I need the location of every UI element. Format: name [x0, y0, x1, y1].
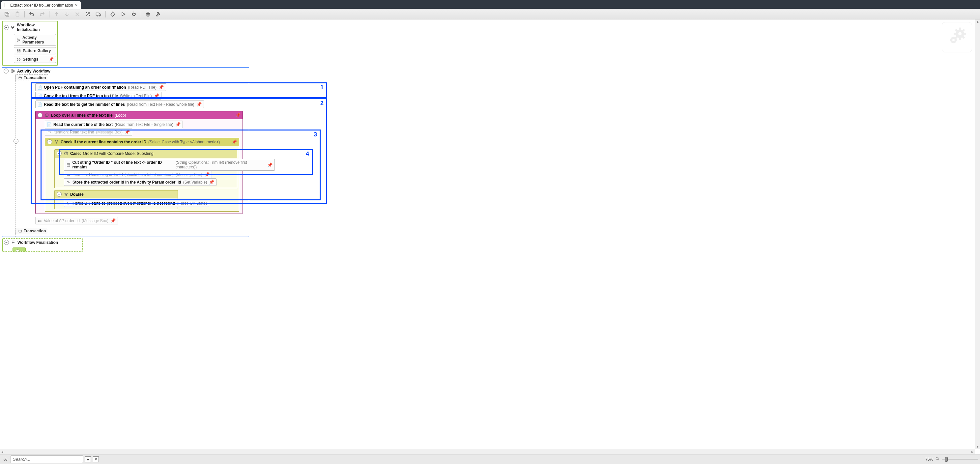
search-next-button[interactable]: ∨	[93, 456, 99, 462]
svg-rect-0	[6, 13, 9, 16]
collapse-icon[interactable]: −	[4, 25, 9, 30]
loop-group[interactable]: − Loop over all lines of the text file (…	[35, 111, 243, 214]
doelse-group[interactable]: − DoElse ▷ Force OK state to	[54, 190, 178, 209]
edit-icon: ✎	[66, 180, 70, 184]
pin-icon[interactable]: 📌	[159, 85, 164, 90]
canvas-scroll[interactable]: − Workflow Initialization Activity Param…	[0, 19, 980, 454]
svg-point-50	[6, 459, 7, 460]
check-group[interactable]: − Check if the current line contains the…	[45, 138, 239, 211]
label: Iteration: Remaining order ID (should be…	[73, 172, 173, 177]
toolbar	[0, 9, 980, 19]
detail: (Set Variable)	[183, 180, 207, 184]
label: Open PDF containing an order confirmatio…	[44, 85, 126, 90]
collapse-icon[interactable]: −	[47, 140, 52, 145]
detail: (Message Box)	[176, 172, 202, 177]
step-copy-text[interactable]: 📄 Copy the text from the PDF to a text f…	[35, 92, 161, 100]
svg-rect-33	[17, 51, 18, 52]
svg-point-46	[67, 193, 67, 194]
file-icon: 📄	[38, 102, 42, 106]
search-input[interactable]	[11, 455, 83, 463]
section-title: Workflow Finalization	[18, 240, 58, 245]
transaction-end[interactable]: Transaction	[16, 228, 48, 234]
case-group[interactable]: − Case: Order ID with Compare Mode: Subs…	[54, 149, 237, 188]
collapse-icon[interactable]: −	[4, 240, 9, 245]
step-read-lines[interactable]: 📄 Read the text file to get the number o…	[35, 100, 204, 108]
detail: (Read from Text File - Single line)	[115, 122, 173, 127]
collapse-icon[interactable]: −	[57, 192, 62, 197]
undo-button[interactable]	[27, 10, 36, 19]
step-store-variable[interactable]: ✎ Store the extracted order id in the Ac…	[64, 178, 216, 186]
nodes-icon	[11, 25, 15, 30]
validate-button[interactable]	[108, 10, 117, 19]
wand-button[interactable]	[84, 10, 92, 19]
flow-icon	[11, 69, 15, 73]
collapse-icon[interactable]: −	[38, 113, 43, 118]
step-value-ap[interactable]: ▭ Value of AP order_id (Message Box) 📌	[35, 217, 118, 224]
pin-icon[interactable]: 📌	[204, 172, 210, 177]
pin-icon[interactable]: 📌	[235, 113, 240, 118]
pin-icon[interactable]: 📌	[49, 57, 54, 62]
step-cut-string[interactable]: ▤ Cut string "Order ID " out of line tex…	[64, 159, 275, 171]
pin-icon[interactable]: 📌	[124, 130, 130, 135]
label: Cut string "Order ID " out of line text …	[72, 160, 173, 169]
zoom-slider[interactable]	[942, 459, 978, 460]
print-button[interactable]	[144, 10, 152, 19]
collapse-icon[interactable]: −	[57, 151, 62, 156]
collapse-icon[interactable]: −	[4, 68, 9, 73]
label: Iteration: Read text line	[53, 130, 94, 135]
tab-active[interactable]: Extract order ID fro...er confirmation ×	[1, 1, 81, 9]
step-read-current-line[interactable]: 📄 Read the current line of the text (Rea…	[45, 121, 183, 128]
detail: Order ID with Compare Mode: Substring	[83, 151, 154, 156]
pin-icon[interactable]: 📌	[209, 180, 214, 184]
delete-button[interactable]	[73, 10, 82, 19]
detail: (Message Box)	[96, 130, 123, 135]
move-up-button[interactable]	[52, 10, 60, 19]
close-icon[interactable]: ×	[75, 3, 78, 8]
run-button[interactable]	[119, 10, 127, 19]
loop-icon	[45, 113, 49, 118]
activity-workflow[interactable]: − Activity Workflow − Transaction	[2, 67, 249, 237]
step-iteration-readline[interactable]: ▭ Iteration: Read text line (Message Box…	[45, 128, 132, 136]
binoculars-icon[interactable]	[2, 457, 9, 462]
step-iteration-remaining[interactable]: ▭ Iteration: Remaining order ID (should …	[64, 171, 212, 178]
step-force-ok[interactable]: ▷ Force OK state to proceed even if orde…	[64, 200, 209, 207]
collapse-icon[interactable]: −	[16, 249, 20, 252]
vertical-scrollbar[interactable]: ▴▾	[975, 19, 980, 449]
move-down-button[interactable]	[63, 10, 71, 19]
settings-button[interactable]	[154, 10, 163, 19]
svg-rect-36	[11, 70, 13, 70]
transaction-start[interactable]: Transaction	[16, 75, 48, 81]
label: Loop over all lines of the text file	[51, 113, 113, 118]
svg-rect-6	[96, 13, 99, 15]
svg-rect-32	[19, 49, 20, 51]
pin-icon[interactable]: 📌	[110, 218, 116, 223]
settings-row-button[interactable]: Settings 📌	[14, 56, 56, 63]
final-chip[interactable]: −	[13, 248, 26, 251]
svg-point-4	[86, 13, 87, 13]
copy-button[interactable]	[3, 10, 11, 19]
redo-button[interactable]	[38, 10, 46, 19]
collapse-icon[interactable]: −	[14, 139, 19, 144]
debug-button[interactable]	[129, 10, 138, 19]
search-prev-button[interactable]: ∧	[85, 456, 91, 462]
paste-button[interactable]	[13, 10, 22, 19]
pin-icon[interactable]: 📌	[196, 102, 202, 107]
horizontal-scrollbar[interactable]: ◂▸	[0, 449, 975, 454]
activity-parameters-button[interactable]: Activity Parameters	[14, 34, 56, 46]
tree-icon	[16, 38, 21, 42]
pin-icon[interactable]: 📌	[232, 140, 237, 145]
msgbox-icon: ▭	[38, 218, 42, 223]
pattern-gallery-button[interactable]: Pattern Gallery	[14, 47, 56, 54]
workflow-finalization[interactable]: − Workflow Finalization −	[2, 238, 83, 252]
svg-point-23	[958, 32, 961, 36]
workflow-initialization[interactable]: − Workflow Initialization Activity Param…	[2, 21, 58, 65]
status-bar: ∧ ∨ 75%	[0, 454, 980, 464]
pin-icon[interactable]: 📌	[154, 93, 159, 98]
deploy-button[interactable]	[94, 10, 103, 19]
magnifier-icon[interactable]	[935, 456, 940, 462]
pin-icon[interactable]: 📌	[267, 162, 272, 167]
step-open-pdf[interactable]: 📄 Open PDF containing an order confirmat…	[35, 83, 166, 91]
pin-icon[interactable]: 📌	[175, 122, 181, 127]
label: Pattern Gallery	[23, 48, 51, 53]
flag-icon	[11, 240, 16, 245]
